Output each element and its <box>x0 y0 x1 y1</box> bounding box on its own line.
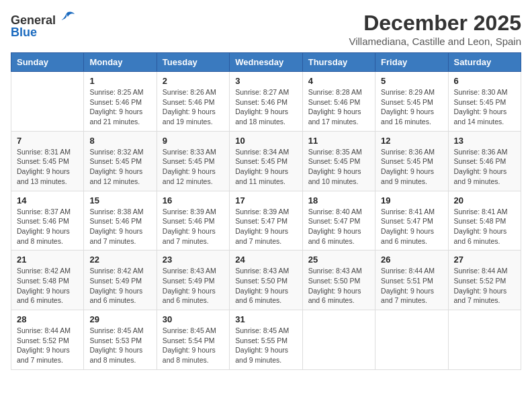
day-number-19: 19 <box>381 195 442 205</box>
day-number-11: 11 <box>308 136 369 146</box>
weekday-header-row: Sunday Monday Tuesday Wednesday Thursday… <box>11 53 521 72</box>
day-number-22: 22 <box>89 255 150 265</box>
header-saturday: Saturday <box>448 53 521 72</box>
day-number-7: 7 <box>17 136 78 146</box>
cell-3-3: 24Sunrise: 8:43 AMSunset: 5:50 PMDayligh… <box>230 250 302 310</box>
cell-4-3: 31Sunrise: 8:45 AMSunset: 5:55 PMDayligh… <box>230 310 302 370</box>
day-info-1: Sunrise: 8:25 AMSunset: 5:46 PMDaylight:… <box>89 87 150 127</box>
cell-4-0: 28Sunrise: 8:44 AMSunset: 5:52 PMDayligh… <box>11 310 84 370</box>
cell-1-1: 8Sunrise: 8:32 AMSunset: 5:45 PMDaylight… <box>84 131 157 191</box>
cell-3-5: 26Sunrise: 8:44 AMSunset: 5:51 PMDayligh… <box>375 250 448 310</box>
cell-2-6: 20Sunrise: 8:41 AMSunset: 5:48 PMDayligh… <box>448 191 521 250</box>
day-number-30: 30 <box>163 314 224 324</box>
day-info-6: Sunrise: 8:30 AMSunset: 5:45 PMDaylight:… <box>454 87 515 127</box>
cell-2-5: 19Sunrise: 8:41 AMSunset: 5:47 PMDayligh… <box>375 191 448 250</box>
day-number-24: 24 <box>235 255 296 265</box>
day-info-2: Sunrise: 8:26 AMSunset: 5:46 PMDaylight:… <box>163 87 224 127</box>
cell-0-3: 3Sunrise: 8:27 AMSunset: 5:46 PMDaylight… <box>230 72 302 132</box>
cell-2-1: 15Sunrise: 8:38 AMSunset: 5:46 PMDayligh… <box>84 191 157 250</box>
cell-0-1: 1Sunrise: 8:25 AMSunset: 5:46 PMDaylight… <box>84 72 157 132</box>
day-number-26: 26 <box>381 255 442 265</box>
week-row-0: 1Sunrise: 8:25 AMSunset: 5:46 PMDaylight… <box>11 72 521 132</box>
day-number-1: 1 <box>89 76 150 86</box>
day-info-7: Sunrise: 8:31 AMSunset: 5:45 PMDaylight:… <box>17 147 78 187</box>
day-number-3: 3 <box>235 76 296 86</box>
cell-0-0 <box>11 72 84 132</box>
day-number-21: 21 <box>17 255 78 265</box>
cell-2-2: 16Sunrise: 8:39 AMSunset: 5:46 PMDayligh… <box>157 191 229 250</box>
cell-1-6: 13Sunrise: 8:36 AMSunset: 5:46 PMDayligh… <box>448 131 521 191</box>
day-info-11: Sunrise: 8:35 AMSunset: 5:45 PMDaylight:… <box>308 147 369 187</box>
day-number-23: 23 <box>163 255 224 265</box>
header-thursday: Thursday <box>302 53 375 72</box>
header-monday: Monday <box>84 53 157 72</box>
calendar-table: Sunday Monday Tuesday Wednesday Thursday… <box>11 52 521 370</box>
day-number-14: 14 <box>17 195 78 205</box>
day-number-10: 10 <box>235 136 296 146</box>
day-number-6: 6 <box>454 76 515 86</box>
day-info-17: Sunrise: 8:39 AMSunset: 5:47 PMDaylight:… <box>235 207 296 246</box>
cell-3-1: 22Sunrise: 8:42 AMSunset: 5:49 PMDayligh… <box>84 250 157 310</box>
day-info-15: Sunrise: 8:38 AMSunset: 5:46 PMDaylight:… <box>89 207 150 246</box>
month-title: December 2025 <box>349 11 521 36</box>
logo: General Blue <box>11 11 76 40</box>
cell-3-6: 27Sunrise: 8:44 AMSunset: 5:52 PMDayligh… <box>448 250 521 310</box>
day-info-22: Sunrise: 8:42 AMSunset: 5:49 PMDaylight:… <box>89 266 150 306</box>
day-number-25: 25 <box>308 255 369 265</box>
day-number-12: 12 <box>381 136 442 146</box>
day-info-30: Sunrise: 8:45 AMSunset: 5:54 PMDaylight:… <box>163 326 224 365</box>
day-number-17: 17 <box>235 195 296 205</box>
week-row-2: 14Sunrise: 8:37 AMSunset: 5:46 PMDayligh… <box>11 191 521 250</box>
cell-2-3: 17Sunrise: 8:39 AMSunset: 5:47 PMDayligh… <box>230 191 302 250</box>
header-wednesday: Wednesday <box>230 53 302 72</box>
day-info-12: Sunrise: 8:36 AMSunset: 5:45 PMDaylight:… <box>381 147 442 187</box>
page-header: General Blue December 2025 Villamediana,… <box>11 11 521 47</box>
day-info-20: Sunrise: 8:41 AMSunset: 5:48 PMDaylight:… <box>454 207 515 246</box>
day-info-31: Sunrise: 8:45 AMSunset: 5:55 PMDaylight:… <box>235 326 296 365</box>
cell-0-2: 2Sunrise: 8:26 AMSunset: 5:46 PMDaylight… <box>157 72 229 132</box>
cell-1-0: 7Sunrise: 8:31 AMSunset: 5:45 PMDaylight… <box>11 131 84 191</box>
cell-0-5: 5Sunrise: 8:29 AMSunset: 5:45 PMDaylight… <box>375 72 448 132</box>
week-row-1: 7Sunrise: 8:31 AMSunset: 5:45 PMDaylight… <box>11 131 521 191</box>
day-info-9: Sunrise: 8:33 AMSunset: 5:45 PMDaylight:… <box>163 147 224 187</box>
cell-3-4: 25Sunrise: 8:43 AMSunset: 5:50 PMDayligh… <box>302 250 375 310</box>
day-info-23: Sunrise: 8:43 AMSunset: 5:49 PMDaylight:… <box>163 266 224 306</box>
week-row-3: 21Sunrise: 8:42 AMSunset: 5:48 PMDayligh… <box>11 250 521 310</box>
day-info-4: Sunrise: 8:28 AMSunset: 5:46 PMDaylight:… <box>308 87 369 127</box>
cell-1-4: 11Sunrise: 8:35 AMSunset: 5:45 PMDayligh… <box>302 131 375 191</box>
day-number-20: 20 <box>454 195 515 205</box>
cell-4-1: 29Sunrise: 8:45 AMSunset: 5:53 PMDayligh… <box>84 310 157 370</box>
cell-4-6 <box>448 310 521 370</box>
day-number-27: 27 <box>454 255 515 265</box>
cell-1-2: 9Sunrise: 8:33 AMSunset: 5:45 PMDaylight… <box>157 131 229 191</box>
header-tuesday: Tuesday <box>157 53 229 72</box>
cell-3-2: 23Sunrise: 8:43 AMSunset: 5:49 PMDayligh… <box>157 250 229 310</box>
day-info-16: Sunrise: 8:39 AMSunset: 5:46 PMDaylight:… <box>163 207 224 246</box>
cell-0-6: 6Sunrise: 8:30 AMSunset: 5:45 PMDaylight… <box>448 72 521 132</box>
day-info-29: Sunrise: 8:45 AMSunset: 5:53 PMDaylight:… <box>89 326 150 365</box>
logo-bird-icon <box>57 11 76 30</box>
day-number-16: 16 <box>163 195 224 205</box>
day-info-28: Sunrise: 8:44 AMSunset: 5:52 PMDaylight:… <box>17 326 78 365</box>
week-row-4: 28Sunrise: 8:44 AMSunset: 5:52 PMDayligh… <box>11 310 521 370</box>
day-number-8: 8 <box>89 136 150 146</box>
day-number-2: 2 <box>163 76 224 86</box>
day-info-5: Sunrise: 8:29 AMSunset: 5:45 PMDaylight:… <box>381 87 442 127</box>
day-number-15: 15 <box>89 195 150 205</box>
day-info-26: Sunrise: 8:44 AMSunset: 5:51 PMDaylight:… <box>381 266 442 306</box>
location-title: Villamediana, Castille and Leon, Spain <box>349 36 521 47</box>
cell-3-0: 21Sunrise: 8:42 AMSunset: 5:48 PMDayligh… <box>11 250 84 310</box>
cell-1-3: 10Sunrise: 8:34 AMSunset: 5:45 PMDayligh… <box>230 131 302 191</box>
day-info-24: Sunrise: 8:43 AMSunset: 5:50 PMDaylight:… <box>235 266 296 306</box>
title-block: December 2025 Villamediana, Castille and… <box>349 11 521 47</box>
cell-4-5 <box>375 310 448 370</box>
cell-0-4: 4Sunrise: 8:28 AMSunset: 5:46 PMDaylight… <box>302 72 375 132</box>
day-number-5: 5 <box>381 76 442 86</box>
cell-2-4: 18Sunrise: 8:40 AMSunset: 5:47 PMDayligh… <box>302 191 375 250</box>
day-number-13: 13 <box>454 136 515 146</box>
day-info-3: Sunrise: 8:27 AMSunset: 5:46 PMDaylight:… <box>235 87 296 127</box>
day-info-18: Sunrise: 8:40 AMSunset: 5:47 PMDaylight:… <box>308 207 369 246</box>
cell-2-0: 14Sunrise: 8:37 AMSunset: 5:46 PMDayligh… <box>11 191 84 250</box>
day-info-13: Sunrise: 8:36 AMSunset: 5:46 PMDaylight:… <box>454 147 515 187</box>
header-sunday: Sunday <box>11 53 84 72</box>
